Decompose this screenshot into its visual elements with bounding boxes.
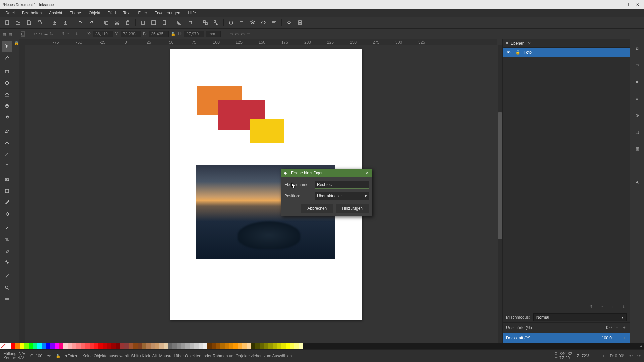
color-swatch[interactable]	[190, 343, 194, 349]
color-swatch[interactable]	[233, 343, 238, 349]
color-swatch[interactable]	[20, 343, 24, 349]
color-swatch[interactable]	[29, 343, 33, 349]
fill-stroke-icon[interactable]	[226, 18, 236, 27]
ungroup-icon[interactable]	[211, 18, 221, 27]
raise-top-layer-icon[interactable]: ⤒	[588, 305, 594, 309]
color-swatch[interactable]	[177, 343, 181, 349]
zoom-page-icon[interactable]	[160, 18, 169, 27]
color-swatch[interactable]	[260, 343, 264, 349]
xml-icon[interactable]	[259, 18, 268, 27]
snap-page-icon[interactable]: ▢	[632, 125, 643, 139]
print-icon[interactable]	[35, 18, 44, 27]
flip-v-icon[interactable]: ⇅	[50, 32, 53, 36]
select-all-layers-icon[interactable]: ▦	[3, 32, 6, 36]
color-swatch[interactable]	[277, 343, 281, 349]
connector-tool[interactable]	[2, 257, 12, 267]
snap-grid-icon[interactable]: ▦	[632, 141, 643, 156]
color-swatch[interactable]	[290, 343, 294, 349]
group-icon[interactable]	[201, 18, 210, 27]
opacity-minus[interactable]: −	[614, 336, 619, 340]
color-swatch[interactable]	[251, 343, 255, 349]
visibility-icon[interactable]: 👁	[506, 50, 512, 55]
text-dialog-icon[interactable]	[237, 18, 247, 27]
snap-guide-icon[interactable]: │	[632, 158, 643, 173]
dialog-titlebar[interactable]: ◆ Ebene hinzufügen ✕	[281, 169, 372, 177]
move-gradients-icon[interactable]: ▭	[241, 32, 245, 36]
layer-selector[interactable]: ▾Foto▾	[65, 354, 77, 358]
select-same-icon[interactable]: ▤	[8, 32, 12, 36]
color-swatch[interactable]	[229, 343, 233, 349]
opacity-value[interactable]: 100,0	[597, 336, 612, 340]
zoom-in-icon[interactable]: ＋	[601, 353, 605, 359]
color-swatch[interactable]	[151, 343, 155, 349]
zoom-status[interactable]: Z: 72%	[577, 354, 589, 358]
color-swatch[interactable]	[94, 343, 98, 349]
color-swatch[interactable]	[50, 343, 55, 349]
scrollbar-vertical[interactable]	[498, 45, 502, 343]
rotate-cw-icon[interactable]: ↷	[39, 32, 42, 36]
visibility-status-icon[interactable]: 👁	[47, 354, 51, 358]
color-swatch[interactable]	[242, 343, 247, 349]
eraser-tool[interactable]	[2, 245, 12, 256]
blur-value[interactable]: 0,0	[597, 325, 612, 330]
zoom-out-icon[interactable]: −	[594, 354, 596, 358]
menu-file[interactable]: Datei	[2, 10, 18, 16]
zoom-selection-icon[interactable]	[138, 18, 148, 27]
select-tool[interactable]	[2, 41, 12, 52]
snap-nodes-icon[interactable]: ◆	[632, 74, 643, 89]
paintbucket-tool[interactable]	[2, 208, 12, 219]
gradient-tool[interactable]	[2, 174, 12, 185]
color-swatch[interactable]	[199, 343, 203, 349]
color-swatch[interactable]	[63, 343, 68, 349]
menu-extensions[interactable]: Erweiterungen	[151, 10, 183, 16]
color-swatch[interactable]	[172, 343, 177, 349]
align-icon[interactable]	[269, 18, 279, 27]
color-swatch[interactable]	[85, 343, 90, 349]
snap-toggle-icon[interactable]: ⧉	[632, 41, 643, 56]
snap-misc-icon[interactable]: ⋯	[632, 192, 643, 206]
measure-tool[interactable]	[2, 294, 12, 304]
color-swatch[interactable]	[116, 343, 120, 349]
rotate-ccw-status-icon[interactable]: ↶	[629, 354, 633, 358]
color-swatch[interactable]	[286, 343, 290, 349]
x-field[interactable]: 86,119	[93, 31, 113, 37]
w-field[interactable]: 36,435	[149, 31, 169, 37]
color-swatch[interactable]	[181, 343, 185, 349]
color-swatch[interactable]	[59, 343, 63, 349]
import-icon[interactable]	[50, 18, 59, 27]
add-button[interactable]: Hinzufügen	[336, 204, 369, 213]
lock-icon[interactable]: 🔓	[515, 50, 520, 55]
opacity-status[interactable]: O: 100	[30, 354, 42, 358]
layer-name-input[interactable]: Rechtec	[315, 181, 369, 189]
color-swatch[interactable]	[207, 343, 212, 349]
color-swatch[interactable]	[46, 343, 50, 349]
pencil-tool[interactable]	[2, 126, 12, 137]
save-icon[interactable]	[24, 18, 34, 27]
zoom-drawing-icon[interactable]	[149, 18, 158, 27]
ellipse-tool[interactable]	[2, 78, 12, 88]
color-swatch[interactable]	[264, 343, 268, 349]
color-swatch[interactable]	[247, 343, 251, 349]
color-swatch[interactable]	[268, 343, 273, 349]
lock-status-icon[interactable]: 🔓	[56, 354, 61, 358]
h-field[interactable]: 27,970	[184, 31, 204, 37]
raise-icon[interactable]: ↑	[67, 32, 69, 36]
color-swatch[interactable]	[37, 343, 42, 349]
color-swatch[interactable]	[55, 343, 59, 349]
y-field[interactable]: 73,238	[121, 31, 141, 37]
node-tool[interactable]	[2, 52, 12, 63]
layer-row[interactable]: 👁 🔓 Foto	[503, 48, 630, 57]
scale-corners-icon[interactable]: ▭	[235, 32, 239, 36]
color-swatch[interactable]	[146, 343, 151, 349]
color-swatch[interactable]	[81, 343, 85, 349]
menu-path[interactable]: Pfad	[104, 10, 119, 16]
3dbox-tool[interactable]	[2, 101, 12, 111]
raise-layer-icon[interactable]: ↑	[599, 305, 605, 309]
menu-object[interactable]: Objekt	[85, 10, 104, 16]
close-button[interactable]: ✕	[635, 2, 640, 7]
lower-layer-icon[interactable]: ↓	[610, 305, 616, 309]
panel-tab-close[interactable]: ✕	[528, 41, 531, 46]
color-swatch[interactable]	[33, 343, 37, 349]
color-swatch[interactable]	[225, 343, 229, 349]
calligraphy-tool[interactable]	[2, 149, 12, 160]
